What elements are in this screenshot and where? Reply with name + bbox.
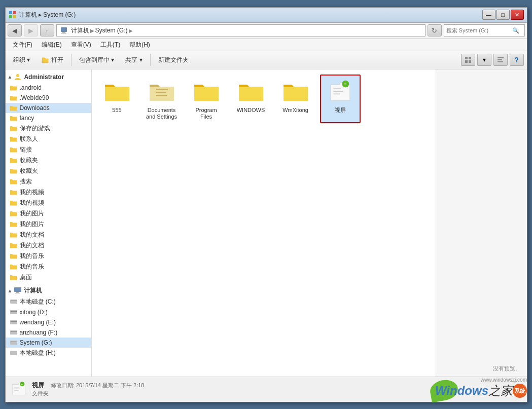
svg-rect-31: [156, 92, 166, 93]
sidebar-group-computer[interactable]: ▲ 计算机: [6, 285, 91, 296]
menu-help[interactable]: 帮助(H): [125, 40, 154, 50]
sidebar-item-downloads[interactable]: Downloads: [6, 103, 91, 113]
sidebar-item-mypics2[interactable]: 我的图片: [6, 219, 91, 230]
folder-icon-visping: +: [326, 78, 354, 106]
sidebar-item-fancy[interactable]: fancy: [6, 113, 91, 123]
sidebar-item-favorites2[interactable]: 收藏夹: [6, 166, 91, 176]
folder-svg-programs: [193, 80, 220, 104]
refresh-button[interactable]: ↻: [428, 24, 442, 36]
folder-small-icon-5: [10, 124, 18, 132]
sidebar-item-favorites1[interactable]: 收藏夹: [6, 155, 91, 166]
sidebar-item-mydocs2[interactable]: 我的文档: [6, 240, 91, 251]
sidebar-item-mydocs1[interactable]: 我的文档: [6, 230, 91, 240]
view-grid-icon: [465, 56, 472, 63]
folder-svg-plain: [104, 80, 130, 104]
drive-icon-f: [10, 328, 18, 337]
svg-point-14: [16, 74, 19, 77]
search-box[interactable]: 🔍: [444, 24, 525, 36]
file-label-555: 555: [112, 107, 121, 114]
address-path[interactable]: 计算机 ▶ System (G:) ▶: [56, 24, 425, 36]
svg-rect-27: [11, 342, 17, 342]
svg-rect-1: [13, 11, 16, 14]
file-item-docs[interactable]: Documents and Settings: [141, 75, 182, 123]
menu-file[interactable]: 文件(F): [9, 40, 37, 50]
sidebar-item-mypics1[interactable]: 我的图片: [6, 208, 91, 219]
file-item-visping[interactable]: + 视屏: [320, 75, 361, 123]
minimize-button[interactable]: —: [482, 10, 495, 20]
svg-rect-8: [469, 57, 471, 59]
sidebar-item-webide[interactable]: .WebIde90: [6, 93, 91, 103]
include-label: 包含到库中 ▾: [79, 56, 114, 64]
svg-rect-4: [61, 27, 67, 32]
share-button[interactable]: 共享 ▾: [121, 53, 147, 67]
folder-small-icon-9: [10, 167, 18, 175]
sidebar-item-games[interactable]: 保存的游戏: [6, 123, 91, 134]
organize-button[interactable]: 组织 ▾: [9, 53, 34, 67]
drive-icon-h: [10, 349, 18, 357]
folder-icon-555: [103, 78, 131, 106]
sidebar-item-myvideo2[interactable]: 我的视频: [6, 198, 91, 208]
sidebar-drive-d[interactable]: xitong (D:): [6, 307, 91, 317]
sidebar-computer-label: 计算机: [24, 286, 42, 295]
folder-icon-wmxitong: [281, 78, 310, 106]
sidebar-drive-f[interactable]: anzhuang (F:): [6, 327, 91, 338]
svg-rect-18: [10, 300, 17, 304]
file-item-555[interactable]: 555: [97, 75, 137, 123]
svg-rect-21: [11, 311, 17, 312]
svg-rect-9: [465, 60, 468, 63]
folder-small-icon-10: [10, 177, 18, 185]
new-folder-button[interactable]: 新建文件夹: [154, 53, 193, 67]
forward-button[interactable]: ▶: [24, 24, 38, 36]
sidebar-drive-c[interactable]: 本地磁盘 (C:): [6, 296, 91, 307]
file-item-programs[interactable]: Program Files: [186, 75, 227, 123]
folder-svg-doc: [149, 80, 175, 104]
menu-view[interactable]: 查看(V): [67, 40, 95, 50]
file-item-wmxitong[interactable]: WmXitong: [275, 75, 316, 123]
back-button[interactable]: ◀: [8, 24, 22, 36]
watermark-url: www.windowszj.com: [481, 377, 527, 383]
menu-tools[interactable]: 工具(T): [96, 40, 124, 50]
view-options-button[interactable]: [461, 54, 475, 66]
folder-svg-windows: [238, 80, 264, 104]
svg-rect-10: [469, 60, 471, 63]
close-button[interactable]: ✕: [511, 10, 524, 20]
file-area: 555 Documents and Settings: [92, 69, 436, 377]
search-input[interactable]: [446, 27, 512, 33]
help-button[interactable]: ?: [510, 54, 524, 66]
open-button[interactable]: 打开: [37, 53, 68, 67]
sidebar-item-android[interactable]: .android: [6, 83, 91, 93]
svg-rect-0: [9, 11, 12, 14]
sidebar-item-desktop[interactable]: 桌面: [6, 272, 91, 283]
svg-rect-12: [498, 59, 502, 60]
sidebar-item-contacts[interactable]: 联系人: [6, 134, 91, 144]
brand-suffix: 之家: [488, 383, 513, 399]
menu-edit[interactable]: 编辑(E): [38, 40, 66, 50]
watermark-brand: Windows 之家 系统: [435, 383, 527, 399]
up-button[interactable]: ↑: [40, 24, 54, 36]
sidebar-drive-g[interactable]: System (G:): [6, 338, 91, 348]
svg-rect-19: [11, 301, 17, 301]
sidebar-item-search[interactable]: 搜索: [6, 176, 91, 187]
sidebar-item-mymusic2[interactable]: 我的音乐: [6, 262, 91, 272]
maximize-button[interactable]: □: [496, 10, 510, 20]
include-button[interactable]: 包含到库中 ▾: [75, 53, 119, 67]
path-part-2: System (G:): [95, 27, 128, 34]
address-bar: ◀ ▶ ↑ 计算机 ▶ System (G:) ▶ ↻ 🔍: [6, 23, 527, 39]
file-item-windows[interactable]: WINDOWS: [231, 75, 271, 123]
sidebar-drive-h[interactable]: 本地磁盘 (H:): [6, 348, 91, 358]
sidebar-item-mymusic1[interactable]: 我的音乐: [6, 251, 91, 262]
svg-rect-22: [10, 320, 17, 324]
view-dropdown-button[interactable]: ▾: [477, 54, 491, 66]
sidebar-item-links[interactable]: 链接: [6, 144, 91, 155]
status-folder-icon: +: [11, 381, 27, 397]
file-label-docs: Documents and Settings: [145, 107, 179, 120]
open-icon: [41, 56, 49, 64]
svg-rect-25: [11, 331, 17, 332]
sidebar-drive-e[interactable]: wendang (E:): [6, 317, 91, 327]
sidebar-item-myvideo1[interactable]: 我的视频: [6, 187, 91, 198]
svg-rect-35: [333, 93, 340, 94]
sidebar-group-user[interactable]: ▲ Administrator: [6, 71, 91, 83]
details-pane-button[interactable]: [493, 54, 508, 66]
folder-icon-docs: [148, 78, 176, 106]
folder-small-icon-2: [10, 94, 18, 102]
